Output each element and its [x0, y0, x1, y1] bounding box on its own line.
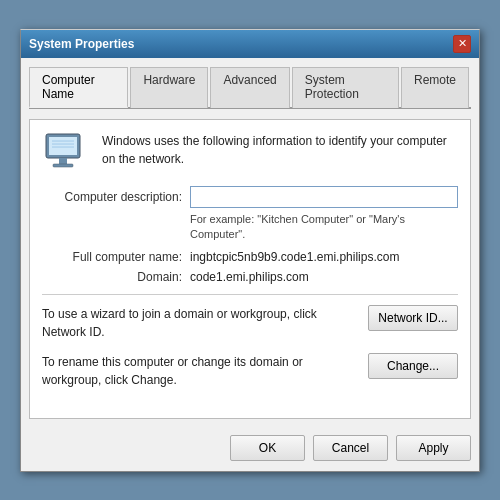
full-name-value: ingbtcpic5nb9b9.code1.emi.philips.com	[190, 250, 399, 264]
hint-text: For example: "Kitchen Computer" or "Mary…	[190, 212, 458, 243]
window-body: Computer Name Hardware Advanced System P…	[21, 58, 479, 427]
description-label: Computer description:	[42, 190, 182, 204]
change-text: To rename this computer or change its do…	[42, 353, 358, 389]
divider-1	[42, 294, 458, 295]
domain-label: Domain:	[42, 270, 182, 284]
tab-content-computer-name: Windows uses the following information t…	[29, 119, 471, 419]
domain-value: code1.emi.philips.com	[190, 270, 309, 284]
title-bar: System Properties ✕	[21, 30, 479, 58]
tab-computer-name[interactable]: Computer Name	[29, 67, 128, 108]
tab-system-protection[interactable]: System Protection	[292, 67, 399, 108]
svg-rect-2	[59, 158, 67, 164]
network-id-button[interactable]: Network ID...	[368, 305, 458, 331]
network-id-section: To use a wizard to join a domain or work…	[42, 305, 458, 341]
network-id-text: To use a wizard to join a domain or work…	[42, 305, 358, 341]
system-properties-window: System Properties ✕ Computer Name Hardwa…	[20, 29, 480, 472]
description-row: Computer description:	[42, 186, 458, 208]
domain-row: Domain: code1.emi.philips.com	[42, 270, 458, 284]
svg-rect-3	[53, 164, 73, 167]
tab-remote[interactable]: Remote	[401, 67, 469, 108]
cancel-button[interactable]: Cancel	[313, 435, 388, 461]
intro-text: Windows uses the following information t…	[102, 132, 458, 168]
full-name-row: Full computer name: ingbtcpic5nb9b9.code…	[42, 250, 458, 264]
window-title: System Properties	[29, 37, 134, 51]
description-section: Computer description: For example: "Kitc…	[42, 186, 458, 243]
close-button[interactable]: ✕	[453, 35, 471, 53]
description-input[interactable]	[190, 186, 458, 208]
info-section: Windows uses the following information t…	[42, 132, 458, 174]
full-name-label: Full computer name:	[42, 250, 182, 264]
change-button[interactable]: Change...	[368, 353, 458, 379]
svg-rect-1	[49, 137, 77, 155]
change-section: To rename this computer or change its do…	[42, 353, 458, 389]
tabs-container: Computer Name Hardware Advanced System P…	[29, 66, 471, 109]
tab-advanced[interactable]: Advanced	[210, 67, 289, 108]
footer: OK Cancel Apply	[21, 427, 479, 471]
ok-button[interactable]: OK	[230, 435, 305, 461]
computer-icon	[42, 132, 90, 174]
tab-hardware[interactable]: Hardware	[130, 67, 208, 108]
apply-button[interactable]: Apply	[396, 435, 471, 461]
